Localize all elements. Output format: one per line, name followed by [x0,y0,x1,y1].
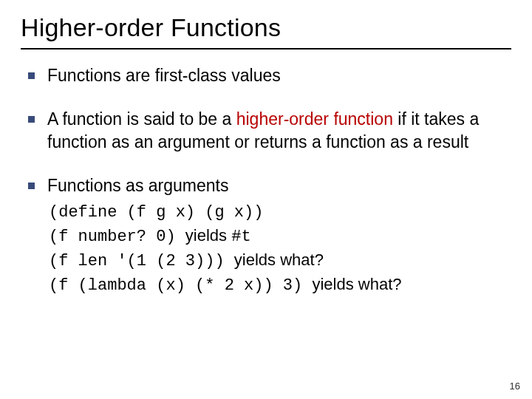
code-text: (f (lambda (x) (* 2 x)) 3) [49,276,312,295]
page-number: 16 [510,381,520,392]
bullet-text: Functions are first-class values [47,66,281,85]
result-label: yields [185,226,231,245]
slide: Higher-order Functions Functions are fir… [0,0,532,399]
result-label: yields what? [234,250,324,269]
bullet-text-pre: A function is said to be a [47,109,236,129]
highlight-term: higher-order function [236,109,393,129]
code-line: (f (lambda (x) (* 2 x)) 3) yields what? [49,273,511,298]
code-line: (f number? 0) yields #t [49,225,511,249]
title-underline [21,48,511,50]
code-text: #t [231,228,250,246]
code-text: (f number? 0) [49,228,185,246]
code-line: (define (f g x) (g x)) [49,200,511,225]
code-text: (define (f g x) (g x)) [49,203,263,222]
code-line: (f len '(1 (2 3))) yields what? [49,249,511,273]
bullet-item: Functions are first-class values [25,64,511,87]
code-block: (define (f g x) (g x)) (f number? 0) yie… [47,200,511,297]
result-label: yields what? [312,275,401,293]
bullet-text: Functions as arguments [47,176,228,195]
bullet-item: Functions as arguments (define (f g x) (… [25,174,511,297]
slide-title: Higher-order Functions [21,13,511,42]
code-text: (f len '(1 (2 3))) [49,252,234,270]
bullet-item: A function is said to be a higher-order … [25,108,511,154]
bullet-list: Functions are first-class values A funct… [21,64,511,297]
